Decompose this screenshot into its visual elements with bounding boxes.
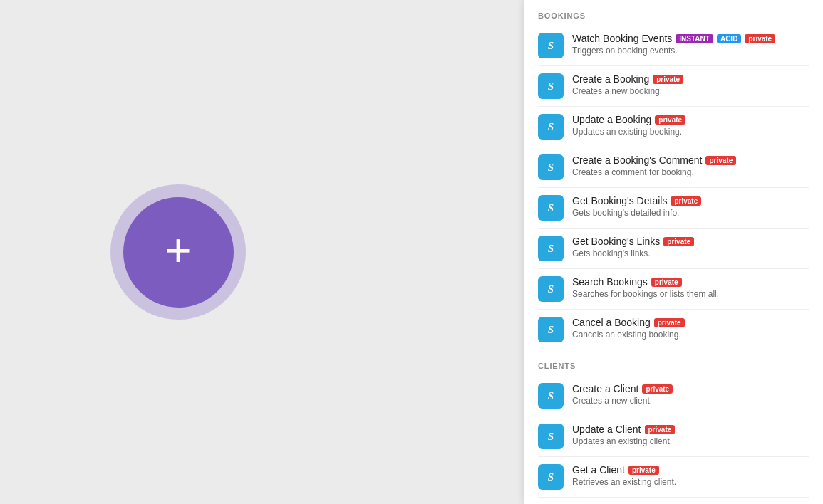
item-content-watch-booking-events: Watch Booking EventsINSTANTACIDprivateTr…: [572, 33, 809, 56]
item-title-row-get-booking-links: Get Booking's Linksprivate: [572, 236, 809, 247]
svg-text:S: S: [548, 324, 554, 335]
item-content-create-booking-comment: Create a Booking's CommentprivateCreates…: [572, 154, 809, 177]
item-icon-get-a-client: S: [538, 464, 564, 490]
svg-text:S: S: [548, 431, 554, 442]
plus-icon: +: [165, 228, 191, 273]
section-header-clients: CLIENTS: [524, 350, 823, 376]
item-title-search-bookings: Search Bookings: [572, 276, 648, 288]
svg-text:S: S: [548, 40, 554, 51]
item-title-update-a-booking: Update a Booking: [572, 114, 651, 125]
add-button[interactable]: +: [123, 197, 234, 308]
svg-text:S: S: [548, 283, 554, 295]
item-title-create-booking-comment: Create a Booking's Comment: [572, 154, 702, 166]
badge-private-update-a-booking: private: [655, 115, 685, 125]
badge-private-update-a-client: private: [645, 425, 676, 434]
item-content-update-a-booking: Update a BookingprivateUpdates an existi…: [572, 114, 809, 137]
item-title-row-cancel-a-booking: Cancel a Bookingprivate: [572, 317, 809, 328]
svg-text:S: S: [548, 162, 554, 173]
item-title-get-booking-links: Get Booking's Links: [572, 236, 660, 247]
item-title-row-create-booking-comment: Create a Booking's Commentprivate: [572, 154, 809, 166]
item-icon-get-booking-links: S: [538, 236, 564, 261]
item-desc-get-booking-details: Gets booking's detailed info.: [572, 208, 809, 218]
item-icon-cancel-a-booking: S: [538, 317, 564, 342]
list-item-get-a-client[interactable]: S Get a ClientprivateRetrieves an existi…: [524, 457, 823, 497]
section-header-bookings: BOOKINGS: [524, 0, 823, 26]
item-content-get-booking-links: Get Booking's LinksprivateGets booking's…: [572, 236, 809, 258]
list-item-create-a-client[interactable]: S Create a ClientprivateCreates a new cl…: [524, 376, 823, 416]
add-button-container: +: [110, 184, 246, 320]
item-title-row-search-bookings: Search Bookingsprivate: [572, 276, 809, 288]
item-icon-update-a-client: S: [538, 424, 564, 449]
badge-private-get-booking-details: private: [671, 196, 701, 206]
item-icon-update-a-booking: S: [538, 114, 564, 140]
svg-text:S: S: [548, 121, 554, 132]
item-content-update-a-client: Update a ClientprivateUpdates an existin…: [572, 424, 809, 446]
item-title-get-booking-details: Get Booking's Details: [572, 195, 667, 206]
item-title-row-watch-booking-events: Watch Booking EventsINSTANTACIDprivate: [572, 33, 809, 44]
svg-text:S: S: [548, 202, 554, 214]
list-item-update-a-booking[interactable]: S Update a BookingprivateUpdates an exis…: [524, 107, 823, 147]
badge-private-create-booking-comment: private: [705, 156, 736, 165]
item-icon-create-a-client: S: [538, 383, 564, 409]
badge-instant-watch-booking-events: INSTANT: [676, 34, 713, 43]
item-desc-get-booking-links: Gets booking's links.: [572, 248, 809, 258]
item-title-get-a-client: Get a Client: [572, 464, 625, 476]
item-content-get-booking-details: Get Booking's DetailsprivateGets booking…: [572, 195, 809, 218]
svg-text:S: S: [548, 80, 554, 92]
item-content-create-a-client: Create a ClientprivateCreates a new clie…: [572, 383, 809, 406]
item-title-row-get-booking-details: Get Booking's Detailsprivate: [572, 195, 809, 206]
svg-text:S: S: [548, 390, 554, 401]
item-icon-search-bookings: S: [538, 276, 564, 302]
item-desc-watch-booking-events: Triggers on booking events.: [572, 46, 809, 56]
list-item-get-booking-details[interactable]: S Get Booking's DetailsprivateGets booki…: [524, 188, 823, 228]
item-content-create-a-booking: Create a BookingprivateCreates a new boo…: [572, 73, 809, 96]
item-desc-create-a-booking: Creates a new booking.: [572, 86, 809, 96]
list-item-create-a-booking[interactable]: S Create a BookingprivateCreates a new b…: [524, 66, 823, 106]
badge-acid-watch-booking-events: ACID: [717, 34, 741, 43]
item-title-row-update-a-client: Update a Clientprivate: [572, 424, 809, 435]
item-desc-update-a-client: Updates an existing client.: [572, 436, 809, 446]
list-item-search-clients[interactable]: S Search ClientsprivateSearches for clie…: [524, 498, 823, 504]
item-content-get-a-client: Get a ClientprivateRetrieves an existing…: [572, 464, 809, 487]
action-panel: BOOKINGS S Watch Booking EventsINSTANTAC…: [524, 0, 823, 504]
item-desc-create-a-client: Creates a new client.: [572, 396, 809, 406]
badge-private-create-a-client: private: [642, 384, 673, 394]
item-icon-create-booking-comment: S: [538, 154, 564, 180]
list-item-watch-booking-events[interactable]: S Watch Booking EventsINSTANTACIDprivate…: [524, 26, 823, 65]
item-desc-create-booking-comment: Creates a comment for booking.: [572, 167, 809, 177]
item-desc-get-a-client: Retrieves an existing client.: [572, 477, 809, 487]
item-desc-update-a-booking: Updates an existing booking.: [572, 127, 809, 137]
add-button-outer: +: [110, 184, 246, 320]
badge-private-cancel-a-booking: private: [654, 318, 685, 327]
item-title-create-a-booking: Create a Booking: [572, 73, 649, 85]
svg-text:S: S: [548, 471, 554, 483]
svg-text:S: S: [548, 243, 554, 254]
badge-private-get-booking-links: private: [663, 237, 694, 246]
list-item-create-booking-comment[interactable]: S Create a Booking's CommentprivateCreat…: [524, 147, 823, 187]
item-title-create-a-client: Create a Client: [572, 383, 638, 394]
item-icon-create-a-booking: S: [538, 73, 564, 99]
badge-private-watch-booking-events: private: [745, 34, 775, 43]
badge-private-create-a-booking: private: [653, 75, 683, 84]
item-content-cancel-a-booking: Cancel a BookingprivateCancels an existi…: [572, 317, 809, 340]
item-desc-cancel-a-booking: Cancels an existing booking.: [572, 330, 809, 340]
list-item-cancel-a-booking[interactable]: S Cancel a BookingprivateCancels an exis…: [524, 310, 823, 350]
item-title-watch-booking-events: Watch Booking Events: [572, 33, 672, 44]
item-title-row-create-a-client: Create a Clientprivate: [572, 383, 809, 394]
item-content-search-bookings: Search BookingsprivateSearches for booki…: [572, 276, 809, 299]
list-item-get-booking-links[interactable]: S Get Booking's LinksprivateGets booking…: [524, 229, 823, 268]
item-title-row-update-a-booking: Update a Bookingprivate: [572, 114, 809, 125]
list-item-search-bookings[interactable]: S Search BookingsprivateSearches for boo…: [524, 269, 823, 309]
item-title-cancel-a-booking: Cancel a Booking: [572, 317, 651, 328]
badge-private-search-bookings: private: [651, 278, 682, 287]
badge-private-get-a-client: private: [628, 466, 659, 475]
item-title-row-create-a-booking: Create a Bookingprivate: [572, 73, 809, 85]
item-desc-search-bookings: Searches for bookings or lists them all.: [572, 289, 809, 299]
item-title-row-get-a-client: Get a Clientprivate: [572, 464, 809, 476]
item-icon-watch-booking-events: S: [538, 33, 564, 58]
item-title-update-a-client: Update a Client: [572, 424, 641, 435]
list-item-update-a-client[interactable]: S Update a ClientprivateUpdates an exist…: [524, 416, 823, 456]
item-icon-get-booking-details: S: [538, 195, 564, 221]
